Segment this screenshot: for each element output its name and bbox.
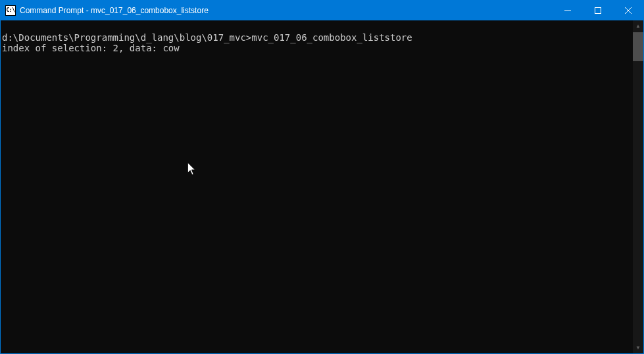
close-icon bbox=[625, 7, 632, 14]
maximize-button[interactable] bbox=[583, 1, 613, 20]
minimize-icon bbox=[564, 7, 571, 14]
client-area: d:\Documents\Programming\d_lang\blog\017… bbox=[1, 20, 643, 353]
command-prompt-window: C:\ Command Prompt - mvc_017_06_combobox… bbox=[1, 1, 643, 353]
window-title: Command Prompt - mvc_017_06_combobox_lis… bbox=[20, 6, 553, 15]
window-controls bbox=[553, 1, 643, 20]
vertical-scrollbar[interactable]: ▲ ▼ bbox=[633, 20, 643, 353]
maximize-icon bbox=[595, 7, 601, 14]
scroll-up-arrow-icon[interactable]: ▲ bbox=[633, 20, 643, 32]
scrollbar-thumb[interactable] bbox=[633, 32, 643, 61]
app-icon-glyph: C:\ bbox=[7, 8, 15, 13]
terminal-output[interactable]: d:\Documents\Programming\d_lang\blog\017… bbox=[1, 32, 633, 353]
minimize-button[interactable] bbox=[553, 1, 583, 20]
titlebar[interactable]: C:\ Command Prompt - mvc_017_06_combobox… bbox=[1, 1, 643, 20]
close-button[interactable] bbox=[613, 1, 643, 20]
prompt-path: d:\Documents\Programming\d_lang\blog\017… bbox=[2, 32, 251, 43]
command-text: mvc_017_06_combobox_liststore bbox=[251, 32, 412, 43]
scroll-down-arrow-icon[interactable]: ▼ bbox=[633, 342, 643, 353]
output-line: index of selection: 2, data: cow bbox=[2, 43, 180, 53]
svg-rect-1 bbox=[595, 8, 601, 14]
app-icon: C:\ bbox=[5, 5, 16, 16]
